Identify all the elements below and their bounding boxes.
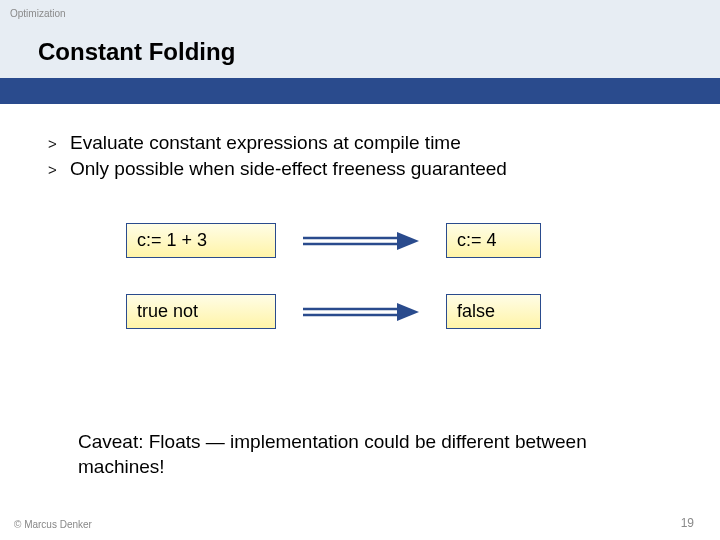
angle-bullet-icon: > [48,134,70,154]
example-after-box: false [446,294,541,329]
example-before-box: true not [126,294,276,329]
copyright-label: © Marcus Denker [14,519,92,530]
arrow-icon [276,301,446,323]
angle-bullet-icon: > [48,160,70,180]
bullet-list: > Evaluate constant expressions at compi… [48,130,682,181]
examples-block: c:= 1 + 3 c:= 4 true not false [126,223,682,329]
list-item: > Evaluate constant expressions at compi… [48,130,682,156]
svg-marker-2 [397,232,419,250]
list-item: > Only possible when side-effect freenes… [48,156,682,182]
topic-label: Optimization [10,8,66,19]
bullet-text: Only possible when side-effect freeness … [70,156,507,182]
title-underline-bar [0,78,720,104]
page-title: Constant Folding [38,38,235,66]
example-row: true not false [126,294,682,329]
example-after-box: c:= 4 [446,223,541,258]
arrow-icon [276,230,446,252]
example-before-box: c:= 1 + 3 [126,223,276,258]
example-row: c:= 1 + 3 c:= 4 [126,223,682,258]
header-strip: Optimization Constant Folding [0,0,720,78]
bullet-text: Evaluate constant expressions at compile… [70,130,461,156]
page-number: 19 [681,516,694,530]
content-area: > Evaluate constant expressions at compi… [0,104,720,329]
caveat-text: Caveat: Floats — implementation could be… [78,430,638,479]
svg-marker-5 [397,303,419,321]
